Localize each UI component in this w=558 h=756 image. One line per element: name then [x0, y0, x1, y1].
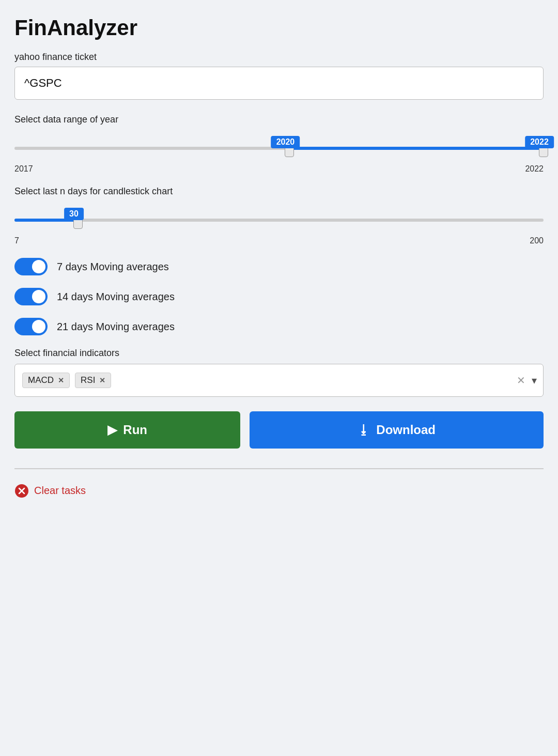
app-title: FinAnalyzer: [14, 16, 544, 40]
clear-tasks-icon: [14, 484, 29, 498]
fi-chevron-icon[interactable]: ▾: [532, 374, 537, 387]
fi-tag-macd-label: MACD: [28, 375, 54, 385]
fi-label: Select financial indicators: [14, 348, 544, 359]
fi-tag-macd-close[interactable]: ✕: [58, 376, 64, 384]
divider: [14, 468, 544, 469]
ticker-label: yahoo finance ticket: [14, 52, 544, 63]
candlestick-min-label: 7: [14, 236, 19, 245]
ma-14-row: 14 days Moving averages: [14, 288, 544, 305]
candlestick-label: Select last n days for candlestick chart: [14, 186, 544, 197]
ticker-input[interactable]: [14, 67, 544, 100]
year-end-thumb[interactable]: 2022: [539, 140, 548, 157]
ma-21-label: 21 days Moving averages: [57, 321, 175, 333]
candlestick-max-label: 200: [530, 236, 544, 245]
fi-tag-rsi-close[interactable]: ✕: [99, 376, 105, 384]
clear-tasks-row[interactable]: Clear tasks: [14, 484, 544, 498]
fi-select-box[interactable]: MACD ✕ RSI ✕ ✕ ▾: [14, 364, 544, 397]
download-icon: ⭳: [358, 423, 370, 437]
ma-21-toggle[interactable]: [14, 318, 48, 335]
run-icon: ▶: [107, 423, 117, 437]
download-label: Download: [376, 423, 436, 437]
fi-tag-rsi-label: RSI: [81, 375, 95, 385]
year-start-value: 2020: [271, 136, 300, 148]
clear-tasks-label[interactable]: Clear tasks: [34, 485, 86, 497]
buttons-row: ▶ Run ⭳ Download: [14, 411, 544, 449]
ma-14-toggle[interactable]: [14, 288, 48, 305]
year-min-label: 2017: [14, 164, 33, 174]
year-range-label: Select data range of year: [14, 114, 544, 125]
fi-tag-rsi[interactable]: RSI ✕: [75, 373, 111, 388]
fi-tag-macd[interactable]: MACD ✕: [22, 373, 70, 388]
year-end-value: 2022: [525, 136, 554, 148]
fi-clear-all-icon[interactable]: ✕: [517, 374, 525, 387]
ma-21-row: 21 days Moving averages: [14, 318, 544, 335]
candlestick-value: 30: [64, 208, 84, 220]
run-button[interactable]: ▶ Run: [14, 411, 240, 449]
year-max-label: 2022: [525, 164, 544, 174]
fi-actions: ✕ ▾: [517, 374, 537, 387]
download-button[interactable]: ⭳ Download: [250, 411, 544, 449]
ma-7-toggle[interactable]: [14, 258, 48, 275]
candlestick-slider[interactable]: 30: [14, 206, 544, 234]
year-range-slider[interactable]: 2020 2022: [14, 134, 544, 162]
ma-14-label: 14 days Moving averages: [57, 291, 175, 303]
candlestick-thumb[interactable]: 30: [73, 211, 83, 229]
run-label: Run: [123, 423, 147, 437]
ma-7-row: 7 days Moving averages: [14, 258, 544, 275]
year-start-thumb[interactable]: 2020: [285, 140, 294, 157]
ma-7-label: 7 days Moving averages: [57, 261, 169, 273]
